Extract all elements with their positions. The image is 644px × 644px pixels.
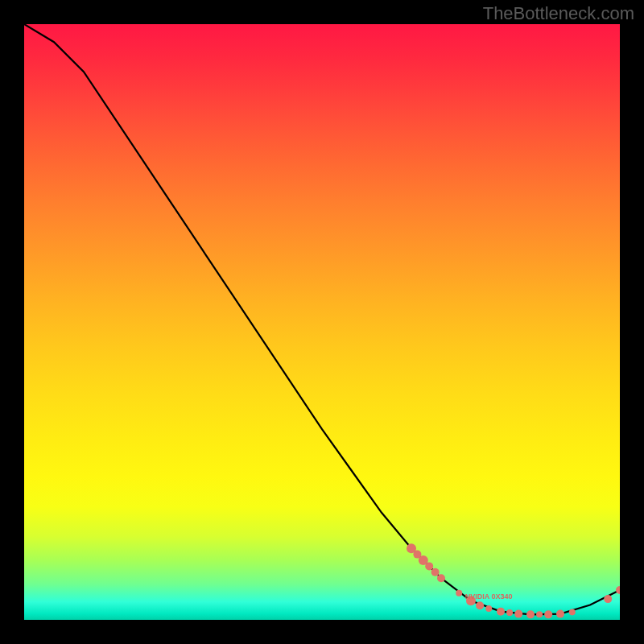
data-marker: [556, 610, 564, 618]
data-marker: [526, 610, 535, 618]
data-markers: [407, 543, 620, 618]
data-marker: [604, 595, 612, 603]
bottleneck-curve: [24, 24, 620, 614]
data-marker: [514, 610, 522, 618]
data-marker: [497, 608, 505, 616]
data-marker: [485, 605, 492, 612]
data-marker: [536, 611, 543, 617]
data-marker: [506, 609, 513, 616]
data-marker: [616, 586, 620, 594]
chart-annotation: NVIDIA 0X340: [465, 592, 513, 601]
chart-svg: NVIDIA 0X340: [24, 24, 620, 620]
data-marker: [437, 574, 445, 582]
watermark-text: TheBottleneck.com: [483, 3, 634, 24]
data-marker: [431, 568, 440, 576]
data-marker: [569, 609, 576, 615]
data-marker: [544, 610, 552, 618]
data-marker: [476, 601, 484, 609]
data-marker: [425, 562, 433, 570]
plot-area: NVIDIA 0X340: [24, 24, 620, 620]
data-marker: [456, 590, 462, 597]
